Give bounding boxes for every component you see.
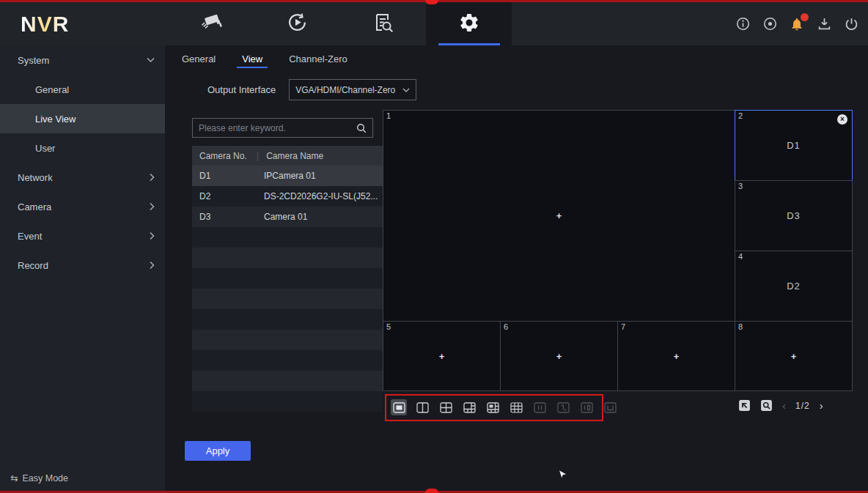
- output-interface-value: VGA/HDMI/Channel-Zero: [295, 85, 395, 95]
- mouse-cursor: [558, 469, 567, 485]
- table-row-empty: [192, 289, 383, 309]
- sidebar-item-label: User: [35, 143, 55, 154]
- active-tab-underline: [438, 43, 500, 45]
- nav-live-view[interactable]: [169, 2, 254, 45]
- sidebar-item-event[interactable]: Event: [0, 221, 165, 251]
- column-camera-no: Camera No.: [192, 151, 257, 161]
- output-interface-select[interactable]: VGA/HDMI/Channel-Zero: [289, 79, 416, 100]
- annotation-highlight-box: [385, 394, 603, 421]
- view-window-8[interactable]: 8 +: [735, 321, 853, 391]
- page-controls: ‹ 1/2 ›: [738, 399, 823, 412]
- easy-mode-toggle[interactable]: ⇆ Easy Mode: [10, 472, 68, 483]
- sidebar-item-label: Network: [18, 172, 53, 183]
- nav-playback[interactable]: [254, 2, 340, 45]
- camera-no: D3: [192, 212, 257, 222]
- sidebar: System General Live View User Network Ca…: [0, 45, 165, 491]
- tab-general[interactable]: General: [180, 49, 218, 70]
- log-search-icon: [373, 12, 394, 36]
- info-icon[interactable]: [735, 16, 751, 32]
- window-camera-label: D3: [735, 181, 852, 251]
- view-window-4[interactable]: 4 D2: [735, 251, 853, 322]
- view-window-2[interactable]: 2 D1 ×: [735, 110, 853, 181]
- add-camera-icon[interactable]: +: [501, 322, 617, 390]
- sidebar-item-live-view[interactable]: Live View: [0, 104, 165, 133]
- search-icon[interactable]: [356, 123, 367, 133]
- prev-page-button[interactable]: ‹: [782, 400, 786, 411]
- square-arrow-icon[interactable]: [738, 399, 751, 412]
- table-row[interactable]: D1 IPCamera 01: [192, 166, 383, 186]
- top-bar: NVR: [0, 2, 868, 45]
- add-camera-icon[interactable]: +: [618, 322, 735, 390]
- tab-bar: General View Channel-Zero: [165, 45, 868, 70]
- table-row-empty: [192, 330, 383, 350]
- add-camera-icon[interactable]: +: [383, 111, 735, 321]
- easy-mode-label: Easy Mode: [22, 473, 68, 483]
- table-row-empty: [192, 268, 383, 289]
- tab-channel-zero[interactable]: Channel-Zero: [287, 49, 350, 70]
- sidebar-item-general[interactable]: General: [0, 75, 165, 104]
- sidebar-item-label: System: [18, 55, 49, 66]
- view-window-6[interactable]: 6 +: [500, 321, 618, 391]
- apply-button[interactable]: Apply: [185, 441, 251, 461]
- nav-log-search[interactable]: [340, 2, 426, 45]
- table-row-empty: [192, 309, 383, 330]
- download-icon[interactable]: [816, 16, 832, 32]
- chevron-right-icon: [150, 232, 155, 240]
- nav-settings[interactable]: [426, 2, 512, 45]
- chevron-right-icon: [150, 174, 155, 182]
- recorder-border-top: [0, 0, 868, 2]
- power-icon[interactable]: [843, 16, 859, 32]
- alarm-badge: [801, 13, 809, 21]
- sidebar-item-label: Record: [18, 260, 48, 271]
- camera-name: IPCamera 01: [257, 171, 316, 181]
- view-window-7[interactable]: 7 +: [617, 321, 735, 391]
- active-tab-underline: [237, 67, 268, 68]
- camera-no: D1: [192, 171, 257, 181]
- sidebar-item-camera[interactable]: Camera: [0, 192, 165, 221]
- add-camera-icon[interactable]: +: [735, 322, 852, 390]
- close-icon[interactable]: ×: [837, 114, 847, 125]
- camera-table-header: Camera No. | Camera Name: [192, 146, 383, 166]
- view-layout-grid: 1 + 2 D1 × 3 D3 4 D2 5 + 6 + 7 + 8: [383, 110, 853, 391]
- sidebar-item-record[interactable]: Record: [0, 251, 165, 280]
- table-row[interactable]: D3 Camera 01: [192, 207, 383, 227]
- sidebar-item-label: Event: [18, 231, 42, 242]
- camera-name: Camera 01: [257, 212, 307, 222]
- camera-icon: [200, 12, 224, 35]
- chevron-right-icon: [150, 262, 155, 270]
- search-input[interactable]: [199, 123, 356, 133]
- view-window-3[interactable]: 3 D3: [735, 180, 853, 251]
- view-window-1[interactable]: 1 +: [383, 110, 735, 322]
- view-window-5[interactable]: 5 +: [383, 321, 501, 391]
- playback-icon: [287, 12, 308, 36]
- camera-list-panel: Camera No. | Camera Name D1 IPCamera 01 …: [192, 118, 383, 412]
- chevron-down-icon: [147, 58, 155, 63]
- sidebar-item-network[interactable]: Network: [0, 163, 165, 192]
- next-page-button[interactable]: ›: [820, 400, 823, 411]
- table-row-empty: [192, 248, 383, 268]
- main-content: General View Channel-Zero Output Interfa…: [165, 45, 868, 491]
- table-row-empty: [192, 350, 383, 371]
- output-interface-label: Output Interface: [207, 84, 276, 95]
- add-camera-icon[interactable]: +: [383, 322, 500, 390]
- alarm-bell-icon[interactable]: [789, 16, 805, 32]
- swap-icon: ⇆: [10, 472, 18, 483]
- recorder-indicator-dot: [425, 489, 438, 493]
- camera-no: D2: [192, 191, 257, 201]
- table-row-empty: [192, 371, 383, 391]
- gear-icon: [458, 12, 480, 37]
- chevron-down-icon: [402, 88, 410, 92]
- sidebar-item-label: General: [35, 84, 69, 95]
- status-icons: [735, 2, 859, 45]
- square-magnifier-icon[interactable]: [760, 399, 773, 412]
- app-logo: NVR: [21, 12, 69, 37]
- tab-view[interactable]: View: [240, 49, 265, 70]
- sidebar-item-user[interactable]: User: [0, 133, 165, 163]
- sidebar-item-label: Live View: [35, 114, 76, 125]
- layout-option-10-icon[interactable]: [602, 399, 618, 415]
- sidebar-item-system[interactable]: System: [0, 45, 165, 75]
- table-row[interactable]: D2 DS-2CD2026G2-IU-SL(J52...: [192, 186, 383, 207]
- page-indicator: 1/2: [795, 401, 810, 411]
- camera-table: Camera No. | Camera Name D1 IPCamera 01 …: [192, 146, 383, 412]
- target-icon[interactable]: [762, 16, 778, 32]
